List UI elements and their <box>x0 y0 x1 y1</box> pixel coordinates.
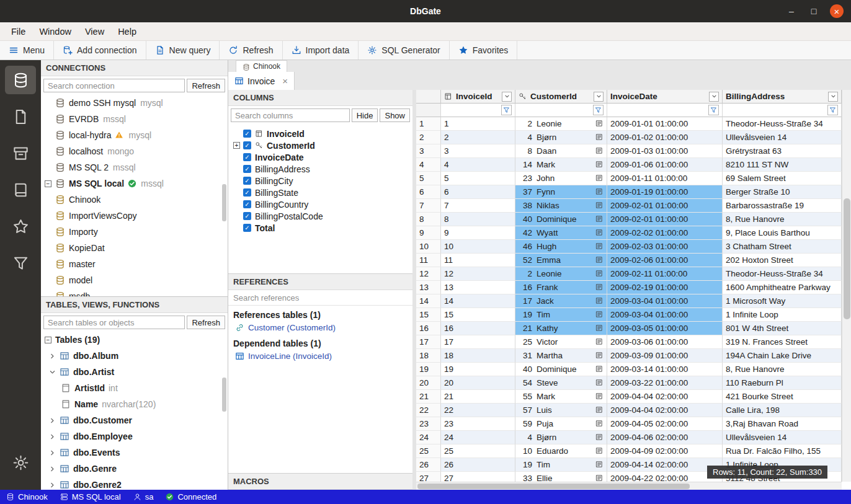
cell-invoiceid[interactable]: 17 <box>441 335 515 349</box>
toolbar-menu-button[interactable]: Menu <box>0 41 54 60</box>
connection-ms-sql-2[interactable]: MS SQL 2 mssql <box>41 159 228 175</box>
filter-funnel-icon[interactable] <box>501 105 512 115</box>
cell-invoiceid[interactable]: 8 <box>441 213 515 226</box>
cell-invoicedate[interactable]: 2009-03-04 01:00:00 <box>607 308 723 322</box>
chevron-right-icon[interactable] <box>49 353 58 360</box>
open-reference-icon[interactable] <box>595 161 604 169</box>
open-reference-icon[interactable] <box>595 120 604 128</box>
cell-customerid[interactable]: 4 Bjørn <box>515 131 607 144</box>
toolbar-refresh-button[interactable]: Refresh <box>220 41 282 60</box>
cell-billingaddress[interactable]: Theodor-Heuss-Straße 34 <box>723 117 842 131</box>
open-reference-icon[interactable] <box>595 297 604 305</box>
references-search-input[interactable] <box>228 290 412 306</box>
cell-invoiceid[interactable]: 25 <box>441 444 515 458</box>
row-number[interactable]: 11 <box>416 254 441 267</box>
open-reference-icon[interactable] <box>595 433 604 441</box>
open-reference-icon[interactable] <box>595 447 604 455</box>
cell-invoicedate[interactable]: 2009-04-09 02:00:00 <box>607 444 723 458</box>
chevron-down-icon[interactable] <box>49 369 58 376</box>
hide-button[interactable]: Hide <box>352 108 378 122</box>
cell-invoiceid[interactable]: 5 <box>441 172 515 185</box>
cell-invoicedate[interactable]: 2009-01-02 01:00:00 <box>607 131 723 144</box>
tree-column-artistid[interactable]: ArtistId int <box>41 380 228 396</box>
cell-invoiceid[interactable]: 7 <box>441 199 515 213</box>
expand-icon[interactable]: + <box>233 142 240 149</box>
cell-invoiceid[interactable]: 23 <box>441 417 515 431</box>
table-dbo-album[interactable]: dbo.Album <box>41 348 228 364</box>
chevron-right-icon[interactable] <box>49 433 58 440</box>
cell-invoiceid[interactable]: 9 <box>441 226 515 240</box>
column-menu-button[interactable] <box>502 92 512 102</box>
row-number[interactable]: 2 <box>416 131 441 144</box>
open-reference-icon[interactable] <box>595 283 604 291</box>
grid-vscroll-thumb[interactable] <box>844 198 850 319</box>
filter-input-billingaddress[interactable] <box>726 105 827 116</box>
database-msdb[interactable]: msdb <box>41 288 228 296</box>
cell-customerid[interactable]: 17 Jack <box>515 294 607 308</box>
cell-invoiceid[interactable]: 10 <box>441 240 515 254</box>
column-toggle-invoicedate[interactable]: ✓ InvoiceDate <box>228 151 412 163</box>
checkbox-checked-icon[interactable]: ✓ <box>243 165 251 173</box>
database-importy[interactable]: Importy <box>41 224 228 240</box>
cell-invoicedate[interactable]: 2009-01-11 01:00:00 <box>607 172 723 185</box>
open-reference-icon[interactable] <box>595 379 604 387</box>
database-master[interactable]: master <box>41 256 228 272</box>
cell-billingaddress[interactable]: 110 Raeburn Pl <box>723 376 842 390</box>
database-model[interactable]: model <box>41 272 228 288</box>
cell-invoicedate[interactable]: 2009-02-11 01:00:00 <box>607 267 723 281</box>
open-reference-icon[interactable] <box>595 229 604 237</box>
connection-localhost[interactable]: localhost mongo <box>41 143 228 159</box>
cell-billingaddress[interactable]: 8, Rue Hanovre <box>723 213 842 226</box>
table-dbo-genre2[interactable]: dbo.Genre2 <box>41 477 228 490</box>
tables-scrollbar[interactable] <box>222 378 226 412</box>
cell-billingaddress[interactable]: 8, Rue Hanovre <box>723 363 842 376</box>
cell-billingaddress[interactable]: Berger Straße 10 <box>723 185 842 199</box>
row-number[interactable]: 25 <box>416 444 441 458</box>
statusbar-sa[interactable]: sa <box>127 490 160 504</box>
maximize-button[interactable]: □ <box>808 5 820 17</box>
cell-customerid[interactable]: 10 Eduardo <box>515 444 607 458</box>
column-toggle-billingcity[interactable]: ✓ BillingCity <box>228 175 412 187</box>
row-number[interactable]: 16 <box>416 322 441 335</box>
row-number[interactable]: 4 <box>416 158 441 172</box>
cell-customerid[interactable]: 31 Martha <box>515 349 607 363</box>
open-reference-icon[interactable] <box>595 188 604 196</box>
open-reference-icon[interactable] <box>595 392 604 400</box>
cell-invoiceid[interactable]: 18 <box>441 349 515 363</box>
row-number[interactable]: 7 <box>416 199 441 213</box>
activitybar-gear-icon[interactable] <box>5 448 36 477</box>
menu-help[interactable]: Help <box>112 25 143 38</box>
checkbox-checked-icon[interactable]: ✓ <box>243 130 251 138</box>
cell-invoicedate[interactable]: 2009-03-06 01:00:00 <box>607 335 723 349</box>
cell-invoicedate[interactable]: 2009-02-19 01:00:00 <box>607 281 723 294</box>
checkbox-checked-icon[interactable]: ✓ <box>243 177 251 185</box>
connection-demo-ssh-mysql[interactable]: demo SSH mysql mysql <box>41 95 228 111</box>
activitybar-star-icon[interactable] <box>5 212 36 241</box>
activitybar-database-icon[interactable] <box>5 66 36 94</box>
row-number[interactable]: 5 <box>416 172 441 185</box>
tab-group-chinook[interactable]: Chinook <box>236 60 287 72</box>
row-number[interactable]: 15 <box>416 308 441 322</box>
cell-customerid[interactable]: 38 Niklas <box>515 199 607 213</box>
table-dbo-events[interactable]: dbo.Events <box>41 444 228 461</box>
filter-input-customerid[interactable] <box>519 105 593 116</box>
table-dbo-customer[interactable]: dbo.Customer <box>41 412 228 428</box>
open-reference-icon[interactable] <box>595 133 604 141</box>
cell-invoicedate[interactable]: 2009-04-05 02:00:00 <box>607 417 723 431</box>
cell-billingaddress[interactable]: Theodor-Heuss-Straße 34 <box>723 267 842 281</box>
filter-input-invoicedate[interactable] <box>610 105 708 116</box>
cell-invoiceid[interactable]: 20 <box>441 376 515 390</box>
row-number[interactable]: 14 <box>416 294 441 308</box>
open-reference-icon[interactable] <box>595 406 604 414</box>
row-number[interactable]: 21 <box>416 390 441 404</box>
row-number[interactable]: 9 <box>416 226 441 240</box>
cell-customerid[interactable]: 40 Dominique <box>515 363 607 376</box>
minimize-button[interactable]: – <box>785 5 798 17</box>
tree-column-name[interactable]: Name nvarchar(120) <box>41 396 228 412</box>
cell-invoiceid[interactable]: 3 <box>441 144 515 158</box>
column-toggle-billingstate[interactable]: ✓ BillingState <box>228 187 412 198</box>
cell-billingaddress[interactable]: Ullevålsveien 14 <box>723 431 842 444</box>
cell-invoicedate[interactable]: 2009-01-06 01:00:00 <box>607 158 723 172</box>
cell-billingaddress[interactable]: Rua Dr. Falcão Filho, 155 <box>723 444 842 458</box>
grid-header-invoiceid[interactable]: InvoiceId <box>441 90 515 104</box>
